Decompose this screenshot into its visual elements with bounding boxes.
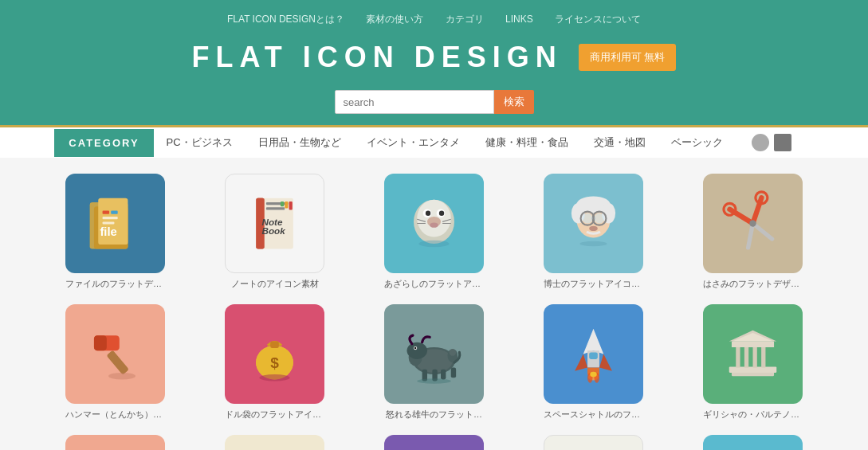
nav-link-about[interactable]: FLAT ICON DESIGNとは？ <box>227 14 344 25</box>
nav-link-category[interactable]: カテゴリ <box>446 14 484 25</box>
icon-grid: file ファイルのフラットデザ… Note Book <box>44 174 825 450</box>
svg-rect-45 <box>106 350 129 375</box>
icon-card-notebook[interactable]: Note Book ノートのアイコン素材 <box>203 174 347 290</box>
icon-card-file[interactable]: file ファイルのフラットデザ… <box>44 174 187 290</box>
svg-rect-51 <box>270 342 279 349</box>
svg-rect-17 <box>289 202 293 210</box>
icon-thumb-parthenon <box>703 304 803 404</box>
svg-rect-5 <box>111 211 118 214</box>
svg-rect-16 <box>281 202 284 206</box>
icon-card-seal[interactable]: あざらしのフラットアイ… <box>363 174 506 290</box>
top-navigation: FLAT ICON DESIGNとは？ 素材の使い方 カテゴリ LINKS ライ… <box>0 8 868 34</box>
svg-rect-47 <box>94 335 107 350</box>
filter-circle-color[interactable] <box>796 134 814 151</box>
color-filters <box>752 134 814 151</box>
icon-thumb-moneybag: $ <box>225 304 324 404</box>
svg-text:$: $ <box>270 354 279 371</box>
nav-link-license[interactable]: ライセンスについて <box>555 14 641 25</box>
svg-rect-79 <box>732 342 774 347</box>
svg-point-38 <box>583 213 593 224</box>
nav-link-links[interactable]: LINKS <box>505 14 533 25</box>
svg-point-41 <box>580 241 607 246</box>
svg-rect-4 <box>103 211 110 214</box>
icon-caption-rocket: スペースシャトルのフラ… <box>544 409 643 421</box>
icon-card-eye[interactable]: 目玉のアイコン素材 <box>44 435 187 450</box>
svg-rect-68 <box>589 352 598 359</box>
icon-caption-bull: 怒れる雄牛のフラット… <box>386 409 482 421</box>
icon-card-bull[interactable]: 怒れる雄牛のフラット… <box>363 304 506 421</box>
icon-thumb-eye <box>65 435 165 450</box>
icon-thumb-notebook: Note Book <box>225 174 324 273</box>
svg-point-58 <box>450 349 457 356</box>
icon-card-moneybag[interactable]: $ ドル袋のフラットアイコ… <box>203 304 347 421</box>
svg-rect-78 <box>761 346 765 368</box>
svg-point-25 <box>430 222 438 227</box>
icon-thumb-hammer <box>65 304 165 404</box>
icon-card-hammer[interactable]: ハンマー（とんかち）の… <box>44 304 187 421</box>
commercial-button[interactable]: 商用利用可 無料 <box>579 44 677 71</box>
icon-thumb-buffalo <box>703 435 803 450</box>
cat-transport[interactable]: 交通・地図 <box>581 127 658 158</box>
svg-point-23 <box>439 211 444 216</box>
svg-rect-6 <box>103 217 118 219</box>
icon-thumb-scissors <box>703 174 803 273</box>
svg-point-53 <box>259 374 289 382</box>
icon-card-coffee[interactable]: コーヒーカップのフラッ… <box>522 435 666 450</box>
filter-circle-gray[interactable] <box>752 134 769 151</box>
icon-caption-seal: あざらしのフラットアイ… <box>384 278 484 290</box>
main-content: file ファイルのフラットデザ… Note Book <box>36 158 833 450</box>
filter-square-gray[interactable] <box>774 134 791 151</box>
icon-caption-professor: 博士のフラットアイコン… <box>544 278 643 290</box>
svg-point-22 <box>426 211 430 216</box>
icon-caption-parthenon: ギリシャの・パルテノン神… <box>703 409 803 421</box>
svg-rect-7 <box>103 221 115 224</box>
icon-card-professor[interactable]: 博士のフラットアイコン… <box>522 174 666 290</box>
icon-card-calculator[interactable]: = 1234 × ÷ 0 計算機のフラットアイコ… <box>363 435 506 450</box>
svg-rect-75 <box>736 346 740 368</box>
icon-thumb-rocket <box>544 304 643 404</box>
icon-caption-scissors: はさみのフラットデザイ… <box>703 278 803 290</box>
icon-thumb-bull <box>384 304 484 404</box>
cat-basic[interactable]: ベーシック <box>658 127 736 158</box>
icon-caption-moneybag: ドル袋のフラットアイコ… <box>225 409 324 421</box>
cat-pc-business[interactable]: PC・ビジネス <box>154 127 245 158</box>
site-header: FLAT ICON DESIGNとは？ 素材の使い方 カテゴリ LINKS ライ… <box>0 0 868 158</box>
svg-point-66 <box>417 378 451 383</box>
svg-rect-76 <box>744 346 748 368</box>
svg-text:file: file <box>100 225 116 238</box>
icon-card-scissors[interactable]: はさみのフラットデザイ… <box>681 174 825 290</box>
svg-text:Book: Book <box>262 225 286 236</box>
icon-thumb-coffee <box>544 435 643 450</box>
svg-rect-65 <box>451 368 456 378</box>
svg-point-40 <box>589 226 598 231</box>
search-input[interactable] <box>335 90 494 114</box>
svg-point-72 <box>590 372 597 377</box>
icon-card-parthenon[interactable]: ギリシャの・パルテノン神… <box>681 304 825 421</box>
nav-link-usage[interactable]: 素材の使い方 <box>366 14 423 25</box>
icon-caption-notebook: ノートのアイコン素材 <box>231 278 319 290</box>
icon-card-buffalo[interactable]: バッファローのフラット… <box>681 435 825 450</box>
icon-thumb-file: file <box>65 174 165 273</box>
icon-card-chicken[interactable]: にわとりのフラットアイ… <box>203 435 347 450</box>
icon-thumb-professor <box>544 174 643 273</box>
svg-rect-77 <box>753 346 757 368</box>
icon-thumb-chicken <box>225 435 324 450</box>
icon-thumb-seal <box>384 174 484 273</box>
site-title-row: FLAT ICON DESIGN 商用利用可 無料 <box>0 34 868 84</box>
svg-rect-64 <box>441 370 446 380</box>
icon-card-rocket[interactable]: スペースシャトルのフラ… <box>522 304 666 421</box>
cat-daily-goods[interactable]: 日用品・生物など <box>245 127 354 158</box>
icon-caption-file: ファイルのフラットデザ… <box>65 278 165 290</box>
svg-point-30 <box>418 241 449 248</box>
svg-rect-74 <box>729 366 777 372</box>
category-label: CATEGORY <box>54 129 153 157</box>
site-title: FLAT ICON DESIGN <box>192 41 563 74</box>
icon-thumb-calculator: = 1234 × ÷ 0 <box>384 435 484 450</box>
category-navigation: CATEGORY PC・ビジネス 日用品・生物など イベント・エンタメ 健康・料… <box>0 125 868 158</box>
cat-health-food[interactable]: 健康・料理・食品 <box>473 127 581 158</box>
search-button[interactable]: 検索 <box>494 90 534 114</box>
svg-rect-15 <box>285 202 288 209</box>
cat-events[interactable]: イベント・エンタメ <box>354 127 473 158</box>
svg-point-61 <box>414 347 417 350</box>
icon-caption-hammer: ハンマー（とんかち）の… <box>65 409 165 421</box>
